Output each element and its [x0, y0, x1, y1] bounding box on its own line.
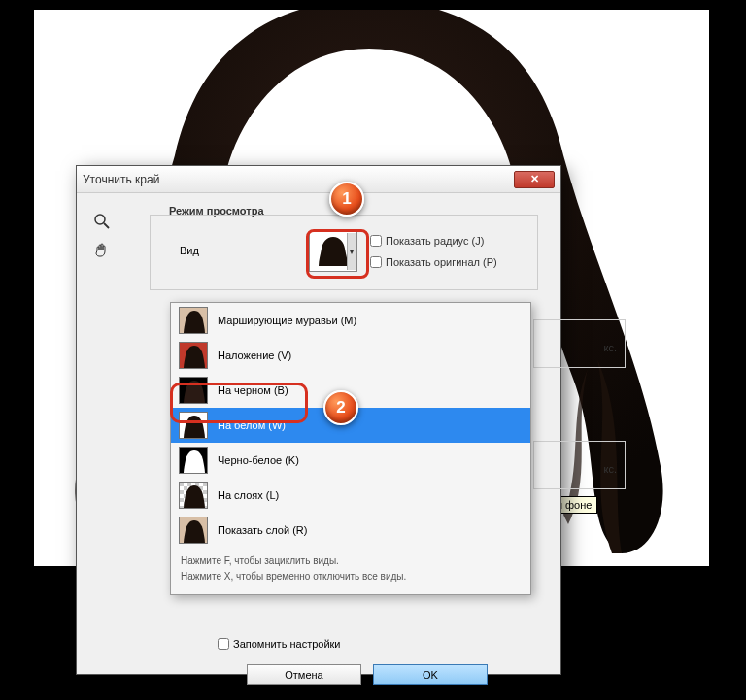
thumb-on-black	[179, 377, 208, 404]
dropdown-item-black-white[interactable]: Черно-белое (K)	[171, 443, 530, 478]
hint-cycle: Нажмите F, чтобы зациклить виды.	[181, 553, 521, 569]
dropdown-label: Черно-белое (K)	[218, 454, 299, 466]
dropdown-label: Показать слой (R)	[218, 524, 307, 536]
thumb-on-layers	[179, 482, 208, 509]
section-peek-1: кс.	[533, 319, 626, 368]
refine-edge-dialog: Уточнить край ✕ Режим просмотра Вид	[76, 165, 561, 675]
tool-column	[91, 211, 119, 269]
cancel-button[interactable]: Отмена	[247, 664, 361, 685]
dialog-button-row: Отмена OK	[247, 664, 488, 685]
view-label: Вид	[180, 245, 199, 256]
ok-label: OK	[423, 669, 438, 681]
show-radius-checkbox[interactable]: Показать радиус (J)	[370, 235, 484, 247]
thumb-marching-ants	[179, 307, 208, 334]
ok-button[interactable]: OK	[373, 664, 488, 685]
hand-tool-icon[interactable]	[91, 240, 113, 261]
unit-label-1: кс.	[604, 342, 618, 353]
dropdown-label: На белом (W)	[218, 419, 286, 431]
dropdown-hints: Нажмите F, чтобы зациклить виды. Нажмите…	[171, 548, 530, 594]
show-original-checkbox[interactable]: Показать оригинал (P)	[370, 256, 497, 268]
cancel-label: Отмена	[285, 669, 322, 681]
outer-stage: елом фоне Уточнить край ✕ Режим просмотр…	[0, 0, 746, 700]
dropdown-item-show-layer[interactable]: Показать слой (R)	[171, 513, 530, 548]
dropdown-item-on-layers[interactable]: На слоях (L)	[171, 478, 530, 513]
unit-label-2: кс.	[604, 463, 618, 475]
show-radius-label: Показать радиус (J)	[386, 235, 484, 247]
dropdown-label: Наложение (V)	[218, 350, 291, 361]
dropdown-label: На слоях (L)	[218, 489, 279, 501]
svg-point-0	[95, 215, 105, 224]
show-radius-input[interactable]	[370, 235, 382, 247]
dropdown-label: Марширующие муравьи (M)	[218, 315, 356, 326]
show-original-input[interactable]	[370, 256, 382, 268]
view-mode-section: Вид ▾ Показать радиус (J) Показать ориги…	[150, 215, 538, 290]
dropdown-item-marching-ants[interactable]: Марширующие муравьи (M)	[171, 303, 530, 338]
show-original-label: Показать оригинал (P)	[386, 256, 497, 268]
thumb-on-white	[179, 412, 208, 439]
annotation-badge-2: 2	[323, 390, 358, 425]
view-mode-dropdown-list: Марширующие муравьи (M) Наложение (V) На…	[170, 302, 531, 595]
dropdown-label: На черном (B)	[218, 384, 288, 396]
close-button[interactable]: ✕	[514, 171, 555, 188]
thumb-show-layer	[179, 517, 208, 544]
section-peek-2: кс.	[533, 441, 626, 489]
zoom-tool-icon[interactable]	[91, 211, 113, 232]
dialog-titlebar[interactable]: Уточнить край ✕	[77, 166, 560, 193]
thumb-overlay	[179, 342, 208, 369]
dialog-body: Режим просмотра Вид ▾ Показать радиус (J…	[77, 193, 560, 674]
chevron-down-icon: ▾	[347, 233, 356, 270]
dialog-title: Уточнить край	[83, 173, 159, 186]
thumb-black-white	[179, 447, 208, 474]
hint-disable: Нажмите X, чтобы временно отключить все …	[181, 569, 521, 584]
dropdown-item-overlay[interactable]: Наложение (V)	[171, 338, 530, 373]
remember-label: Запомнить настройки	[233, 638, 341, 650]
view-thumbnail-dropdown[interactable]: ▾	[309, 231, 357, 272]
remember-settings-checkbox[interactable]: Запомнить настройки	[218, 638, 341, 650]
annotation-badge-1: 1	[329, 182, 364, 217]
remember-input[interactable]	[218, 638, 229, 650]
svg-line-1	[104, 223, 109, 228]
close-icon: ✕	[530, 173, 539, 185]
